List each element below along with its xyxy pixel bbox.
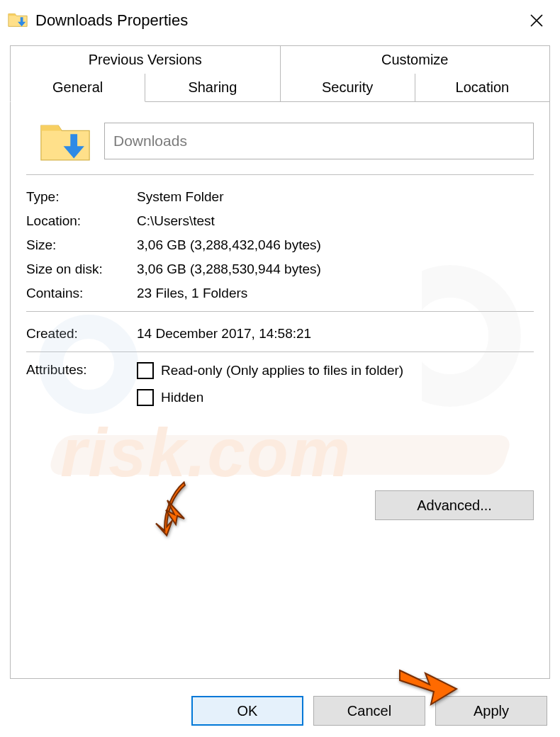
tab-security[interactable]: Security <box>281 74 415 102</box>
apply-button[interactable]: Apply <box>435 696 547 726</box>
divider <box>26 174 534 175</box>
advanced-button[interactable]: Advanced... <box>375 490 534 520</box>
created-value: 14 December 2017, 14:58:21 <box>137 326 534 342</box>
tab-customize[interactable]: Customize <box>281 45 551 74</box>
contains-value: 23 Files, 1 Folders <box>137 286 534 301</box>
readonly-label: Read-only (Only applies to files in fold… <box>161 363 403 378</box>
type-value: System Folder <box>137 189 534 205</box>
created-label: Created: <box>26 326 137 342</box>
ok-button[interactable]: OK <box>191 696 303 726</box>
window-title: Downloads Properties <box>35 11 520 30</box>
cancel-button[interactable]: Cancel <box>313 696 425 726</box>
sizeondisk-value: 3,06 GB (3,288,530,944 bytes) <box>137 261 534 277</box>
tab-general[interactable]: General <box>10 74 145 102</box>
tab-location[interactable]: Location <box>415 74 550 102</box>
close-button[interactable] <box>520 4 553 37</box>
close-icon <box>530 13 544 28</box>
folder-name-input[interactable] <box>104 123 534 159</box>
divider <box>26 311 534 312</box>
tab-strip: Previous Versions Customize General Shar… <box>0 41 560 102</box>
location-label: Location: <box>26 213 137 229</box>
titlebar: Downloads Properties <box>0 0 560 41</box>
location-value: C:\Users\test <box>137 213 534 229</box>
divider <box>26 351 534 352</box>
hidden-checkbox[interactable] <box>137 389 154 406</box>
type-label: Type: <box>26 189 137 205</box>
downloads-folder-icon <box>7 9 28 33</box>
dialog-buttons: OK Cancel Apply <box>191 696 547 726</box>
hidden-label: Hidden <box>161 390 203 405</box>
folder-large-icon <box>26 116 104 166</box>
general-panel: risk.com Type:System Folder Location:C:\… <box>10 102 550 679</box>
sizeondisk-label: Size on disk: <box>26 261 137 277</box>
readonly-checkbox[interactable] <box>137 362 154 379</box>
contains-label: Contains: <box>26 286 137 301</box>
tab-sharing[interactable]: Sharing <box>145 74 280 102</box>
attributes-label: Attributes: <box>26 362 137 416</box>
size-label: Size: <box>26 237 137 253</box>
tab-previous-versions[interactable]: Previous Versions <box>10 45 281 74</box>
size-value: 3,06 GB (3,288,432,046 bytes) <box>137 237 534 253</box>
